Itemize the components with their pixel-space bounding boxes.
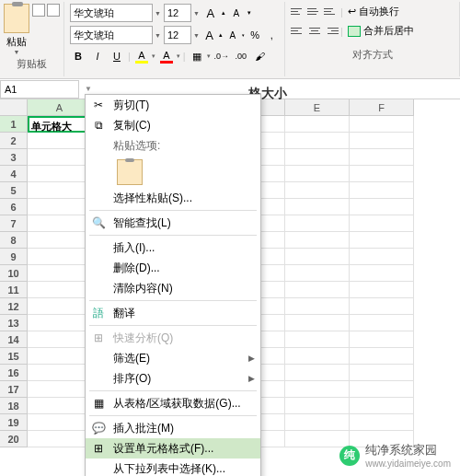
font-size-select-2[interactable] xyxy=(164,26,191,44)
cell-A7[interactable] xyxy=(28,215,92,232)
increase-font-icon[interactable]: A xyxy=(202,5,219,21)
font-color-button[interactable]: A xyxy=(158,48,175,64)
bold-button[interactable]: B xyxy=(70,48,86,64)
row-header-3[interactable]: 3 xyxy=(0,149,28,166)
wrap-text-button[interactable]: ↩ 自动换行 xyxy=(345,4,402,19)
select-all-corner[interactable] xyxy=(0,99,28,116)
cell-A14[interactable] xyxy=(28,331,92,348)
menu-cut[interactable]: ✂ 剪切(T) xyxy=(86,95,260,115)
cell-F13[interactable] xyxy=(350,315,414,331)
cell-F14[interactable] xyxy=(350,331,414,348)
borders-icon[interactable]: ▦ xyxy=(189,48,205,64)
cell-E15[interactable] xyxy=(285,348,350,365)
cell-A15[interactable] xyxy=(28,348,92,365)
cell-A8[interactable] xyxy=(28,232,92,249)
cut-icon[interactable] xyxy=(32,4,45,17)
row-header-12[interactable]: 12 xyxy=(0,298,28,315)
menu-delete[interactable]: 删除(D)... xyxy=(86,258,260,278)
row-header-8[interactable]: 8 xyxy=(0,232,28,249)
chevron-down-icon[interactable]: ▼ xyxy=(155,32,161,39)
cell-A11[interactable] xyxy=(28,282,92,298)
cell-E3[interactable] xyxy=(285,149,350,166)
row-header-6[interactable]: 6 xyxy=(0,199,28,215)
row-header-2[interactable]: 2 xyxy=(0,133,28,149)
cell-F15[interactable] xyxy=(350,348,414,365)
cell-F16[interactable] xyxy=(350,365,414,381)
cell-E16[interactable] xyxy=(285,365,350,381)
cell-F1[interactable] xyxy=(350,116,414,133)
cell-E1[interactable] xyxy=(285,116,350,133)
cell-E11[interactable] xyxy=(285,282,350,298)
chevron-down-icon[interactable]: ▼ xyxy=(155,10,161,17)
comma-icon[interactable]: , xyxy=(265,27,279,43)
menu-paste-special[interactable]: 选择性粘贴(S)... xyxy=(86,188,260,208)
row-header-11[interactable]: 11 xyxy=(0,282,28,298)
cell-F4[interactable] xyxy=(350,166,414,182)
cell-E13[interactable] xyxy=(285,315,350,331)
align-left-icon[interactable] xyxy=(291,25,305,38)
cell-E8[interactable] xyxy=(285,232,350,249)
row-header-20[interactable]: 20 xyxy=(0,431,28,447)
menu-translate[interactable]: 語 翻译 xyxy=(86,303,260,323)
row-header-4[interactable]: 4 xyxy=(0,166,28,182)
cell-F8[interactable] xyxy=(350,232,414,249)
percent-icon[interactable]: % xyxy=(247,27,261,43)
row-header-13[interactable]: 13 xyxy=(0,315,28,331)
cell-F5[interactable] xyxy=(350,182,414,199)
cell-A13[interactable] xyxy=(28,315,92,331)
cell-E2[interactable] xyxy=(285,133,350,149)
menu-format-cells[interactable]: ⊞ 设置单元格格式(F)... xyxy=(86,438,260,459)
chevron-down-icon[interactable]: ▼ xyxy=(193,32,200,39)
menu-insert[interactable]: 插入(I)... xyxy=(86,238,260,258)
row-header-17[interactable]: 17 xyxy=(0,381,28,398)
cell-A6[interactable] xyxy=(28,199,92,215)
cell-A17[interactable] xyxy=(28,381,92,398)
menu-copy[interactable]: ⧉ 复制(C) xyxy=(86,115,260,135)
cell-E12[interactable] xyxy=(285,298,350,315)
cell-F11[interactable] xyxy=(350,282,414,298)
cell-A5[interactable] xyxy=(28,182,92,199)
cell-E4[interactable] xyxy=(285,166,350,182)
cell-E6[interactable] xyxy=(285,199,350,215)
format-painter-icon[interactable]: 🖌 xyxy=(252,48,269,64)
cell-A12[interactable] xyxy=(28,298,92,315)
cell-F12[interactable] xyxy=(350,298,414,315)
cell-E14[interactable] xyxy=(285,331,350,348)
row-header-5[interactable]: 5 xyxy=(0,182,28,199)
cell-E10[interactable] xyxy=(285,265,350,282)
cell-F18[interactable] xyxy=(350,398,414,414)
menu-sort[interactable]: 排序(O) ▶ xyxy=(86,368,260,389)
menu-smart-lookup[interactable]: 🔍 智能查找(L) xyxy=(86,213,260,233)
cell-A10[interactable] xyxy=(28,265,92,282)
cell-A1[interactable]: 单元格大 xyxy=(28,116,92,133)
cell-E17[interactable] xyxy=(285,381,350,398)
dropdown-icon[interactable]: ▼ xyxy=(85,85,92,93)
font-size-select[interactable] xyxy=(164,4,191,22)
cell-F17[interactable] xyxy=(350,381,414,398)
paste-button[interactable]: 粘贴 ▼ xyxy=(4,4,29,55)
paste-option-icon[interactable] xyxy=(117,159,143,185)
cell-F6[interactable] xyxy=(350,199,414,215)
row-header-14[interactable]: 14 xyxy=(0,331,28,348)
fill-color-button[interactable]: A xyxy=(133,48,150,64)
cell-A20[interactable] xyxy=(28,431,92,447)
copy-icon[interactable] xyxy=(47,4,60,17)
cell-A19[interactable] xyxy=(28,414,92,431)
font-name-select[interactable] xyxy=(70,4,153,22)
row-header-19[interactable]: 19 xyxy=(0,414,28,431)
name-box[interactable] xyxy=(0,80,79,99)
col-header-A[interactable]: A xyxy=(28,99,92,116)
align-top-icon[interactable] xyxy=(291,6,305,18)
increase-font-icon[interactable]: A xyxy=(202,27,216,43)
font-name-select-2[interactable] xyxy=(70,26,153,44)
increase-decimal-icon[interactable]: .0→ xyxy=(213,48,230,64)
row-header-1[interactable]: 1 xyxy=(0,116,28,133)
underline-button[interactable]: U xyxy=(109,48,125,64)
cell-E5[interactable] xyxy=(285,182,350,199)
align-middle-icon[interactable] xyxy=(307,6,322,18)
cell-F7[interactable] xyxy=(350,215,414,232)
cell-A18[interactable] xyxy=(28,398,92,414)
row-header-18[interactable]: 18 xyxy=(0,398,28,414)
cell-F10[interactable] xyxy=(350,265,414,282)
row-header-7[interactable]: 7 xyxy=(0,215,28,232)
